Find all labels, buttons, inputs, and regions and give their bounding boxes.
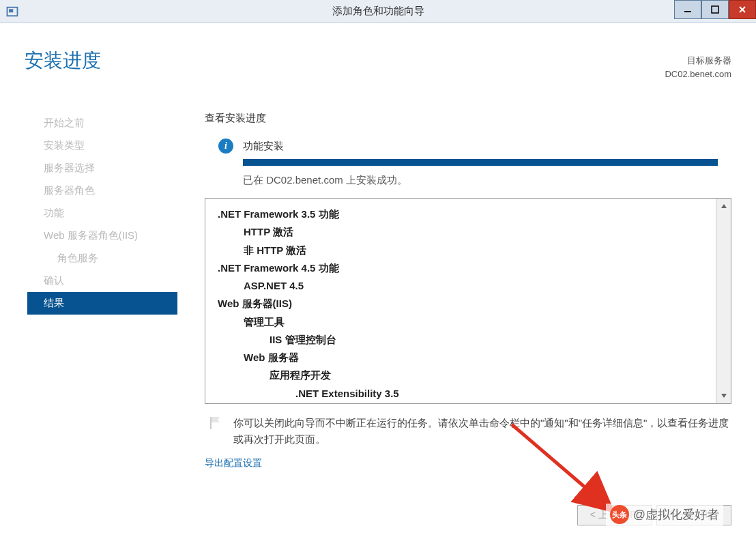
minimize-button[interactable] [674, 0, 701, 19]
close-button[interactable] [729, 0, 756, 19]
svg-marker-9 [212, 417, 220, 422]
scroll-down-button[interactable] [716, 388, 731, 403]
app-icon [5, 5, 19, 18]
window-controls [674, 0, 756, 19]
page-title: 安装进度 [25, 48, 101, 74]
result-item: HTTP 激活 [218, 223, 713, 241]
svg-rect-8 [210, 417, 212, 429]
progress-label: 功能安装 [243, 140, 284, 153]
sidebar-item-iis-role: Web 服务器角色(IIS) [27, 225, 177, 247]
panel-title: 查看安装进度 [205, 112, 731, 125]
result-item: Web 服务器 [218, 349, 713, 366]
window-title: 添加角色和功能向导 [332, 5, 424, 18]
scroll-track[interactable] [716, 214, 731, 388]
info-icon: i [218, 139, 233, 154]
scroll-up-button[interactable] [716, 199, 731, 214]
result-item: 应用程序开发 [218, 366, 713, 384]
results-content: .NET Framework 3.5 功能 HTTP 激活 非 HTTP 激活 … [205, 199, 716, 403]
wizard-sidebar: 开始之前 安装类型 服务器选择 服务器角色 功能 Web 服务器角色(IIS) … [27, 112, 177, 315]
result-item: .NET Framework 4.5 功能 [218, 259, 713, 277]
main-panel: 查看安装进度 i 功能安装 已在 DC02.benet.com 上安装成功。 .… [205, 112, 731, 469]
status-text: 已在 DC02.benet.com 上安装成功。 [243, 174, 731, 187]
titlebar: 添加角色和功能向导 [0, 0, 756, 23]
result-item: 非 HTTP 激活 [218, 242, 713, 259]
result-item: IIS 管理控制台 [218, 331, 713, 349]
content-area: 安装进度 目标服务器 DC02.benet.com 开始之前 安装类型 服务器选… [0, 23, 756, 535]
hint-text: 你可以关闭此向导而不中断正在运行的任务。请依次单击命令栏中的"通知"和"任务详细… [233, 415, 731, 448]
sidebar-item-features: 功能 [27, 202, 177, 225]
progress-bar-container [243, 159, 718, 166]
result-item: ASP.NET 4.5 [218, 277, 713, 295]
target-server-info: 目标服务器 DC02.benet.com [665, 54, 731, 81]
sidebar-item-role-services: 角色服务 [27, 247, 177, 270]
svg-rect-1 [9, 9, 13, 12]
maximize-button[interactable] [701, 0, 729, 19]
progress-bar [243, 159, 718, 166]
svg-rect-3 [712, 6, 718, 13]
progress-header: i 功能安装 [218, 139, 731, 154]
sidebar-item-before-begin: 开始之前 [27, 112, 177, 134]
flag-icon [207, 415, 224, 431]
target-label: 目标服务器 [665, 54, 731, 68]
export-config-link[interactable]: 导出配置设置 [205, 457, 731, 469]
svg-marker-6 [721, 204, 727, 208]
result-item: .NET Framework 3.5 功能 [218, 205, 713, 223]
sidebar-item-install-type: 安装类型 [27, 134, 177, 157]
hint-row: 你可以关闭此向导而不中断正在运行的任务。请依次单击命令栏中的"通知"和"任务详细… [205, 415, 731, 448]
scrollbar[interactable] [716, 199, 731, 403]
sidebar-item-results[interactable]: 结果 [27, 292, 177, 315]
previous-button: < 上一步(P) [577, 505, 652, 525]
sidebar-item-server-roles: 服务器角色 [27, 179, 177, 202]
sidebar-item-confirm: 确认 [27, 270, 177, 292]
result-item: Web 服务器(IIS) [218, 295, 713, 313]
result-item: .NET Extensibility 3.5 [218, 385, 713, 403]
results-box: .NET Framework 3.5 功能 HTTP 激活 非 HTTP 激活 … [205, 198, 731, 404]
svg-marker-7 [721, 394, 727, 398]
next-button: 下一步(N) > [656, 505, 731, 525]
sidebar-item-server-select: 服务器选择 [27, 157, 177, 179]
wizard-buttons: < 上一步(P) 下一步(N) > [577, 505, 731, 525]
target-value: DC02.benet.com [665, 68, 731, 81]
result-item: 管理工具 [218, 313, 713, 331]
